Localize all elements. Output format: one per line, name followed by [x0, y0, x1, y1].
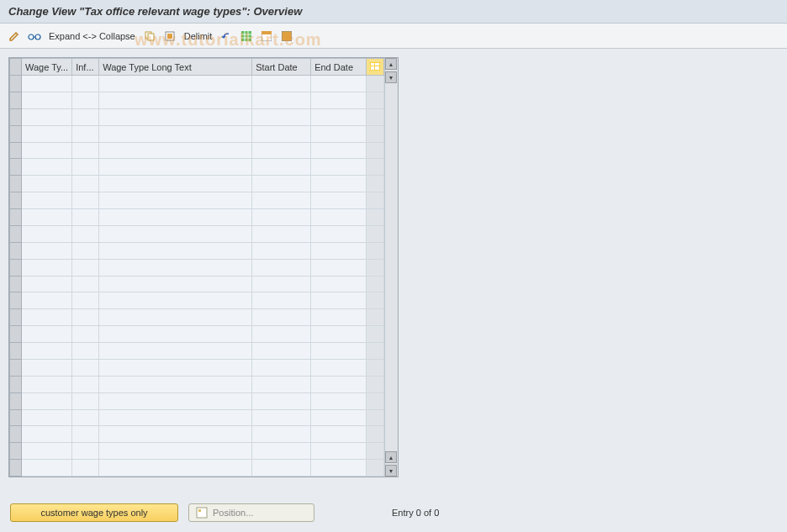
cell-inf[interactable]	[72, 225, 99, 242]
cell-end-date[interactable]	[311, 92, 367, 108]
row-selector[interactable]	[10, 359, 22, 376]
scroll-up-icon[interactable]: ▴	[385, 58, 397, 70]
table-row[interactable]	[10, 92, 384, 108]
cell-end-date[interactable]	[311, 259, 367, 276]
cell-start-date[interactable]	[252, 343, 311, 360]
vertical-scrollbar[interactable]: ▴ ▾ ▴ ▾	[384, 58, 398, 477]
cell-wage-type[interactable]	[22, 108, 72, 125]
cell-inf[interactable]	[72, 76, 99, 92]
row-selector[interactable]	[10, 92, 22, 108]
cell-inf[interactable]	[72, 242, 99, 259]
cell-long-text[interactable]	[99, 108, 252, 125]
cell-end-date[interactable]	[311, 292, 367, 309]
cell-end-date[interactable]	[311, 209, 367, 226]
row-selector[interactable]	[10, 276, 22, 292]
table-row[interactable]	[10, 242, 384, 259]
cell-long-text[interactable]	[99, 225, 252, 242]
scroll-thumb-up-icon[interactable]: ▾	[385, 71, 397, 83]
cell-end-date[interactable]	[311, 359, 367, 376]
cell-start-date[interactable]	[252, 142, 311, 159]
cell-inf[interactable]	[72, 125, 99, 142]
row-selector[interactable]	[10, 242, 22, 259]
row-selector[interactable]	[10, 225, 22, 242]
cell-end-date[interactable]	[311, 142, 367, 159]
cell-wage-type[interactable]	[22, 426, 72, 443]
cell-start-date[interactable]	[252, 259, 311, 276]
cell-end-date[interactable]	[311, 225, 367, 242]
cell-wage-type[interactable]	[22, 376, 72, 392]
cell-start-date[interactable]	[252, 76, 311, 92]
row-selector[interactable]	[10, 176, 22, 192]
cell-inf[interactable]	[72, 392, 99, 409]
table-row[interactable]	[10, 309, 384, 326]
cell-long-text[interactable]	[99, 142, 252, 159]
cell-inf[interactable]	[72, 460, 99, 477]
cell-end-date[interactable]	[311, 426, 367, 443]
cell-long-text[interactable]	[99, 276, 252, 292]
change-icon[interactable]	[7, 29, 22, 44]
cell-wage-type[interactable]	[22, 76, 72, 92]
cell-long-text[interactable]	[99, 326, 252, 343]
table-row[interactable]	[10, 276, 384, 292]
cell-inf[interactable]	[72, 292, 99, 309]
cell-end-date[interactable]	[311, 276, 367, 292]
cell-start-date[interactable]	[252, 376, 311, 392]
undo-icon[interactable]	[219, 29, 234, 44]
table-row[interactable]	[10, 76, 384, 92]
row-selector[interactable]	[10, 292, 22, 309]
row-selector[interactable]	[10, 460, 22, 477]
cell-long-text[interactable]	[99, 359, 252, 376]
table-row[interactable]	[10, 209, 384, 226]
glasses-icon[interactable]	[27, 29, 42, 44]
row-selector[interactable]	[10, 259, 22, 276]
row-selector[interactable]	[10, 443, 22, 460]
grid-selected-icon[interactable]	[259, 29, 274, 44]
cell-long-text[interactable]	[99, 242, 252, 259]
row-selector[interactable]	[10, 209, 22, 226]
cell-end-date[interactable]	[311, 392, 367, 409]
cell-inf[interactable]	[72, 409, 99, 426]
row-selector[interactable]	[10, 142, 22, 159]
table-row[interactable]	[10, 108, 384, 125]
cell-inf[interactable]	[72, 108, 99, 125]
cell-end-date[interactable]	[311, 460, 367, 477]
cell-inf[interactable]	[72, 92, 99, 108]
cell-start-date[interactable]	[252, 276, 311, 292]
cell-start-date[interactable]	[252, 108, 311, 125]
header-selector[interactable]	[10, 59, 22, 76]
table-row[interactable]	[10, 292, 384, 309]
cell-wage-type[interactable]	[22, 276, 72, 292]
cell-long-text[interactable]	[99, 192, 252, 209]
cell-end-date[interactable]	[311, 343, 367, 360]
cell-wage-type[interactable]	[22, 259, 72, 276]
cell-end-date[interactable]	[311, 443, 367, 460]
cell-wage-type[interactable]	[22, 443, 72, 460]
select-all-icon[interactable]	[162, 29, 177, 44]
cell-long-text[interactable]	[99, 159, 252, 176]
table-row[interactable]	[10, 159, 384, 176]
cell-inf[interactable]	[72, 309, 99, 326]
cell-long-text[interactable]	[99, 443, 252, 460]
cell-start-date[interactable]	[252, 359, 311, 376]
table-row[interactable]	[10, 460, 384, 477]
cell-end-date[interactable]	[311, 192, 367, 209]
cell-wage-type[interactable]	[22, 309, 72, 326]
config-column-icon[interactable]	[367, 59, 384, 76]
cell-inf[interactable]	[72, 209, 99, 226]
row-selector[interactable]	[10, 326, 22, 343]
expand-collapse-button[interactable]: Expand <-> Collapse	[47, 31, 137, 41]
header-start-date[interactable]: Start Date	[252, 59, 311, 76]
cell-wage-type[interactable]	[22, 326, 72, 343]
table-row[interactable]	[10, 426, 384, 443]
cell-inf[interactable]	[72, 276, 99, 292]
cell-wage-type[interactable]	[22, 359, 72, 376]
grid-all-icon[interactable]	[279, 29, 294, 44]
table-row[interactable]	[10, 376, 384, 392]
cell-long-text[interactable]	[99, 92, 252, 108]
cell-end-date[interactable]	[311, 108, 367, 125]
cell-start-date[interactable]	[252, 159, 311, 176]
row-selector[interactable]	[10, 426, 22, 443]
cell-wage-type[interactable]	[22, 225, 72, 242]
cell-inf[interactable]	[72, 176, 99, 192]
cell-inf[interactable]	[72, 192, 99, 209]
